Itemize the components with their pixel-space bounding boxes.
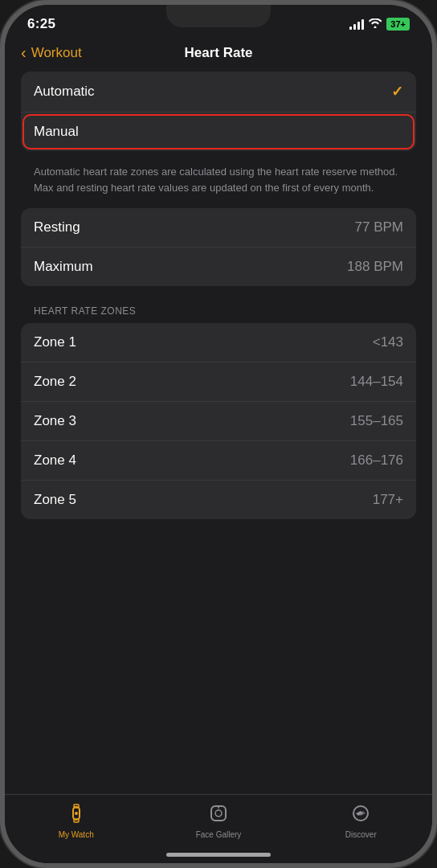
tab-face-gallery[interactable]: Face Gallery [147, 803, 289, 839]
resting-row[interactable]: Resting 77 BPM [21, 208, 416, 248]
manual-label: Manual [34, 124, 79, 140]
zone3-label: Zone 3 [34, 413, 76, 429]
face-gallery-icon [208, 803, 229, 827]
maximum-label: Maximum [34, 259, 93, 275]
metrics-group: Resting 77 BPM Maximum 188 BPM [21, 208, 416, 286]
zone1-label: Zone 1 [34, 334, 76, 350]
notch [166, 5, 271, 27]
home-indicator [166, 853, 271, 857]
phone-frame: 6:25 37+ [0, 0, 437, 868]
wifi-icon [369, 18, 382, 31]
scroll-content: Automatic ✓ Manual Automatic heart rate … [5, 72, 432, 794]
tab-my-watch-label: My Watch [59, 830, 94, 839]
mode-selection-group: Automatic ✓ Manual [21, 72, 416, 151]
checkmark-icon: ✓ [391, 83, 403, 100]
zone4-row[interactable]: Zone 4 166–176 [21, 441, 416, 481]
battery-icon: 37+ [386, 18, 410, 31]
manual-highlight-outline [22, 114, 415, 149]
back-button[interactable]: ‹ Workout [21, 43, 82, 62]
phone-inner: 6:25 37+ [5, 5, 432, 863]
page-title: Heart Rate [184, 45, 252, 61]
tab-face-gallery-label: Face Gallery [196, 830, 242, 839]
nav-bar: ‹ Workout Heart Rate [5, 37, 432, 72]
resting-value: 77 BPM [355, 219, 403, 235]
zone5-label: Zone 5 [34, 492, 76, 508]
maximum-value: 188 BPM [347, 259, 403, 275]
back-label: Workout [31, 45, 82, 61]
tab-discover-label: Discover [345, 830, 377, 839]
automatic-label: Automatic [34, 84, 95, 100]
status-icons: 37+ [349, 18, 410, 31]
back-chevron-icon: ‹ [21, 43, 27, 62]
zones-section-header: HEART RATE ZONES [21, 293, 416, 323]
zone4-value: 166–176 [350, 452, 403, 469]
zone5-row[interactable]: Zone 5 177+ [21, 481, 416, 519]
maximum-row[interactable]: Maximum 188 BPM [21, 248, 416, 286]
zone3-value: 155–165 [350, 413, 403, 429]
zone1-value: <143 [373, 334, 403, 350]
automatic-row[interactable]: Automatic ✓ [21, 72, 416, 113]
description-text: Automatic heart rate zones are calculate… [21, 158, 416, 208]
signal-bars-icon [349, 19, 364, 30]
zone2-value: 144–154 [350, 374, 403, 390]
tab-my-watch[interactable]: My Watch [5, 803, 147, 839]
manual-row[interactable]: Manual [21, 113, 416, 151]
resting-label: Resting [34, 219, 80, 235]
svg-point-5 [215, 810, 222, 817]
zone2-label: Zone 2 [34, 374, 76, 390]
zones-group: Zone 1 <143 Zone 2 144–154 Zone 3 155–16… [21, 323, 416, 519]
watch-icon [66, 803, 87, 827]
zone5-value: 177+ [373, 492, 403, 508]
zone1-row[interactable]: Zone 1 <143 [21, 323, 416, 362]
tab-discover[interactable]: Discover [290, 803, 432, 839]
zone4-label: Zone 4 [34, 452, 76, 469]
status-time: 6:25 [27, 16, 55, 32]
svg-point-3 [75, 812, 78, 815]
zone2-row[interactable]: Zone 2 144–154 [21, 362, 416, 402]
discover-icon [350, 803, 371, 827]
zone3-row[interactable]: Zone 3 155–165 [21, 402, 416, 441]
